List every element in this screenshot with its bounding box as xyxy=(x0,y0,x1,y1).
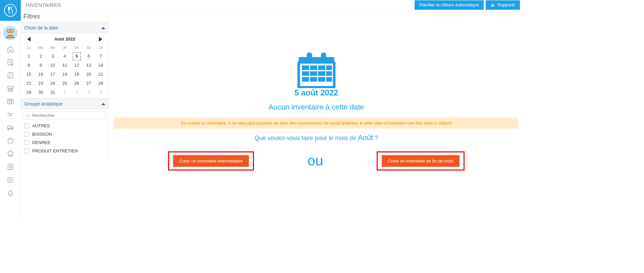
group-checkbox-row[interactable]: PRODUIT ENTRETIEN xyxy=(21,147,109,155)
create-end-month-button[interactable]: Créer un inventaire de fin de mois xyxy=(382,155,459,167)
create-intermediate-button[interactable]: Créer un inventaire intermédiaire xyxy=(173,155,249,167)
group-panel-header[interactable]: Groupe analytique xyxy=(21,98,109,109)
calendar-dow: Di xyxy=(95,44,107,52)
svg-rect-23 xyxy=(310,71,317,76)
group-search[interactable] xyxy=(23,112,106,119)
calendar-day[interactable]: 12 xyxy=(71,61,83,70)
or-label: ou xyxy=(308,153,323,169)
calendar-day[interactable]: 2 xyxy=(71,88,83,97)
calendar-day[interactable]: 4 xyxy=(59,52,71,61)
nav-store-icon[interactable] xyxy=(0,82,21,95)
avatar[interactable] xyxy=(3,26,17,40)
search-icon xyxy=(26,113,30,118)
calendar-day[interactable]: 21 xyxy=(95,70,107,79)
calendar-day[interactable]: 7 xyxy=(95,52,107,61)
calendar-day[interactable]: 5 xyxy=(71,52,83,61)
reports-button[interactable]: Rapports xyxy=(486,0,520,10)
svg-point-0 xyxy=(4,4,16,16)
filters-panel: Filtres Choix de la date Août 2022 LuMaM… xyxy=(21,10,109,162)
calendar-day[interactable]: 4 xyxy=(95,88,107,97)
svg-rect-11 xyxy=(8,164,13,169)
left-rail xyxy=(0,0,21,221)
calendar-day[interactable]: 26 xyxy=(71,79,83,88)
group-label: PRODUIT ENTRETIEN xyxy=(32,148,78,153)
calendar-day[interactable]: 2 xyxy=(35,52,47,61)
nav-handshake-icon[interactable] xyxy=(0,108,21,121)
calendar-dow: Me xyxy=(47,44,59,52)
calendar-day[interactable]: 15 xyxy=(23,70,35,79)
calendar-day[interactable]: 27 xyxy=(83,79,95,88)
nav-chef-icon[interactable] xyxy=(0,147,21,160)
app-logo[interactable] xyxy=(0,0,21,21)
calendar-day[interactable]: 11 xyxy=(59,61,71,70)
nav-home-icon[interactable] xyxy=(0,43,21,56)
calendar-day[interactable]: 1 xyxy=(59,88,71,97)
nav-lines-icon[interactable] xyxy=(0,173,21,186)
calendar-day[interactable]: 13 xyxy=(83,61,95,70)
calendar-day[interactable]: 28 xyxy=(95,79,107,88)
calendar-day[interactable]: 18 xyxy=(59,70,71,79)
calendar-day[interactable]: 8 xyxy=(23,61,35,70)
nav-delivery-icon[interactable] xyxy=(0,121,21,134)
group-label: BOISSON xyxy=(32,132,52,137)
question-line: Que voulez-vous faire pour le mois de Ao… xyxy=(114,133,519,142)
calendar-day[interactable]: 22 xyxy=(23,79,35,88)
calendar-dow: Ma xyxy=(35,44,47,52)
group-label: DENREE xyxy=(32,140,50,145)
checkbox-icon[interactable] xyxy=(24,140,29,145)
calendar-prev-icon[interactable] xyxy=(27,37,31,42)
checkbox-icon[interactable] xyxy=(24,132,29,137)
nav-columns-icon[interactable] xyxy=(0,95,21,108)
nav-heart-doc-icon[interactable] xyxy=(0,160,21,173)
calendar-day[interactable]: 31 xyxy=(47,88,59,97)
calendar-day[interactable]: 1 xyxy=(23,52,35,61)
svg-rect-19 xyxy=(310,65,317,70)
calendar-day[interactable]: 3 xyxy=(47,52,59,61)
group-checkbox-row[interactable]: AUTRES xyxy=(21,122,109,130)
calendar-day[interactable]: 14 xyxy=(95,61,107,70)
no-inventory-label: Aucun inventaire à cette date xyxy=(114,103,519,112)
report-icon xyxy=(490,3,495,7)
calendar-day[interactable]: 19 xyxy=(71,70,83,79)
date-panel: Choix de la date Août 2022 LuMaMeJeVeSaD… xyxy=(21,22,109,98)
warning-banner: En créant un inventaire, il ne sera plus… xyxy=(114,118,519,129)
group-search-input[interactable] xyxy=(32,113,104,118)
calendar-day[interactable]: 23 xyxy=(35,79,47,88)
nav-bell-icon[interactable] xyxy=(0,186,21,199)
nav-checklist-icon[interactable] xyxy=(0,69,21,82)
calendar-day[interactable]: 9 xyxy=(35,61,47,70)
plan-closing-button[interactable]: Planifier la clôture automatique xyxy=(415,0,484,10)
svg-rect-29 xyxy=(326,77,332,81)
group-checkbox-row[interactable]: BOISSON xyxy=(21,130,109,138)
calendar-day[interactable]: 24 xyxy=(47,79,59,88)
calendar-day[interactable]: 10 xyxy=(47,61,59,70)
nav-edit-icon[interactable] xyxy=(0,56,21,69)
calendar-next-icon[interactable] xyxy=(99,37,102,42)
group-label: AUTRES xyxy=(32,123,50,128)
calendar-icon xyxy=(296,53,337,88)
svg-rect-18 xyxy=(302,65,309,70)
calendar-day[interactable]: 30 xyxy=(35,88,47,97)
calendar-day[interactable]: 29 xyxy=(23,88,35,97)
calendar-dow: Je xyxy=(59,44,71,52)
svg-rect-27 xyxy=(310,77,317,81)
highlight-box-right: Créer un inventaire de fin de mois xyxy=(377,151,464,170)
calendar-day[interactable]: 6 xyxy=(83,52,95,61)
checkbox-icon[interactable] xyxy=(24,148,29,153)
calendar-day[interactable]: 17 xyxy=(47,70,59,79)
highlight-box-left: Créer un inventaire intermédiaire xyxy=(168,151,254,170)
svg-rect-7 xyxy=(8,99,13,104)
calendar-day[interactable]: 16 xyxy=(35,70,47,79)
date-panel-header[interactable]: Choix de la date xyxy=(21,22,109,33)
svg-rect-25 xyxy=(326,71,332,76)
svg-rect-10 xyxy=(8,139,13,143)
topbar: INVENTAIRES Planifier la clôture automat… xyxy=(21,0,522,10)
filters-title: Filtres xyxy=(21,12,109,22)
selected-date-label: 5 août 2022 xyxy=(114,88,519,97)
calendar-day[interactable]: 25 xyxy=(59,79,71,88)
checkbox-icon[interactable] xyxy=(24,123,29,128)
group-checkbox-row[interactable]: DENREE xyxy=(21,138,109,147)
nav-bag-icon[interactable] xyxy=(0,134,21,147)
calendar-day[interactable]: 20 xyxy=(83,70,95,79)
calendar-day[interactable]: 3 xyxy=(83,88,95,97)
